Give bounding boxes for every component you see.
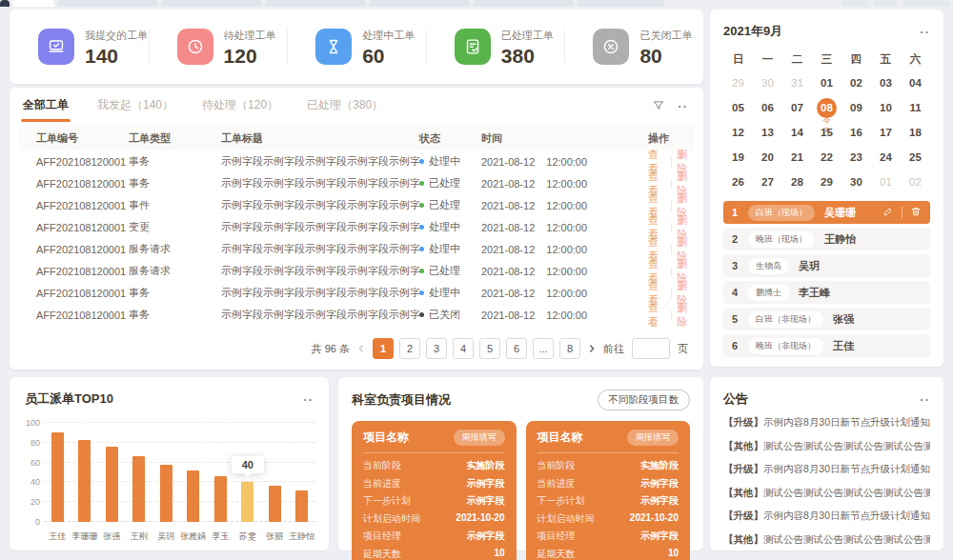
- pagination-ellipsis[interactable]: ...: [533, 338, 554, 359]
- delete-link[interactable]: 删除: [677, 301, 694, 330]
- top-tab[interactable]: [161, 0, 262, 7]
- pagination-page[interactable]: 8: [559, 338, 580, 359]
- table-row[interactable]: AFF202108120001服务请求示例字段示例字段示例字段示例字段示例字段处…: [19, 238, 694, 260]
- goto-page-input[interactable]: [632, 338, 670, 359]
- duty-item[interactable]: 4鹏博士李王峰: [723, 281, 930, 304]
- calendar-day[interactable]: 01: [812, 70, 841, 95]
- duty-item[interactable]: 2晚班（现场）王静怡: [723, 228, 930, 250]
- calendar-day[interactable]: 13: [753, 120, 782, 145]
- filter-icon[interactable]: [652, 99, 665, 112]
- table-row[interactable]: AFF202108120001事务示例字段示例字段示例字段示例字段示例字段已处理…: [19, 172, 694, 194]
- announcement-item[interactable]: 【其他】测试公告测试公告测试公告测试公告测试公告: [723, 487, 930, 500]
- bar[interactable]: [295, 490, 308, 522]
- announcement-item[interactable]: 【升级】示例内容8月30日新节点升级计划通知: [723, 510, 930, 523]
- table-row[interactable]: AFF202108120001事件示例字段示例字段示例字段示例字段示例字段已处理…: [19, 194, 694, 216]
- calendar-day[interactable]: 06: [753, 95, 782, 120]
- pagination-page[interactable]: 6: [506, 338, 527, 359]
- calendar-day[interactable]: 30: [753, 70, 782, 95]
- worklist-tab[interactable]: 已处理（380）: [307, 97, 383, 122]
- table-row[interactable]: AFF202108120001事务示例字段示例字段示例字段示例字段示例字段处理中…: [19, 150, 694, 172]
- bar[interactable]: [187, 470, 199, 522]
- duty-item[interactable]: 1白班（现场）吴珊珊: [723, 201, 930, 224]
- table-row[interactable]: AFF202108120001事务示例字段示例字段示例字段示例字段示例字段处理中…: [19, 282, 694, 304]
- calendar-day[interactable]: 31: [782, 70, 812, 95]
- table-row[interactable]: AFF202108120001服务请求示例字段示例字段示例字段示例字段示例字段已…: [19, 260, 694, 282]
- bar-highlighted[interactable]: [241, 482, 253, 522]
- calendar-day[interactable]: 18: [901, 120, 930, 145]
- duty-item[interactable]: 5白班（非现场）张强: [723, 308, 930, 330]
- table-row[interactable]: AFF202108120001事务示例字段示例字段示例字段示例字段示例字段已关闭…: [19, 304, 694, 326]
- bar[interactable]: [160, 465, 172, 522]
- calendar-day[interactable]: 22: [812, 145, 841, 170]
- calendar-day[interactable]: 17: [871, 120, 901, 145]
- announcement-item[interactable]: 【升级】示例内容8月30日新节点升级计划通知: [723, 416, 930, 430]
- bar[interactable]: [132, 456, 145, 522]
- worklist-tab[interactable]: 待处理（120）: [202, 97, 278, 122]
- calendar-day[interactable]: 21: [782, 145, 812, 170]
- bar[interactable]: [51, 432, 64, 522]
- bar[interactable]: [78, 440, 91, 522]
- edit-icon[interactable]: [882, 206, 894, 219]
- calendar-day[interactable]: 14: [782, 120, 812, 145]
- calendar-day[interactable]: 19: [723, 145, 753, 170]
- duty-item[interactable]: 3生物岛吴玥: [723, 254, 930, 277]
- calendar-day[interactable]: 29: [723, 70, 753, 95]
- project-card[interactable]: 项目名称周报填写当前阶段实施阶段当前进度示例字段下一步计划示例字段计划启动时间2…: [526, 421, 691, 560]
- table-row[interactable]: AFF202108120001变更示例字段示例字段示例字段示例字段示例字段处理中…: [19, 216, 694, 238]
- calendar-day[interactable]: 02: [841, 70, 871, 95]
- bar[interactable]: [106, 447, 118, 522]
- calendar-day[interactable]: 30: [841, 170, 871, 194]
- bar[interactable]: [269, 486, 281, 522]
- calendar-day[interactable]: 29: [812, 170, 841, 194]
- top-tab[interactable]: [369, 0, 470, 7]
- pagination-page[interactable]: 5: [479, 338, 500, 359]
- worklist-tab[interactable]: 全部工单: [23, 97, 69, 122]
- weekly-report-badge[interactable]: 周报填写: [627, 430, 679, 446]
- announcement-item[interactable]: 【其他】测试公告测试公告测试公告测试公告测试公告: [723, 440, 930, 453]
- calendar-day[interactable]: 11: [901, 95, 930, 120]
- calendar-day[interactable]: 20: [753, 145, 782, 170]
- bar[interactable]: [214, 476, 227, 522]
- pagination-next-icon[interactable]: [586, 343, 598, 354]
- calendar-day[interactable]: 07: [782, 95, 812, 120]
- top-tab[interactable]: [577, 0, 664, 7]
- more-icon[interactable]: ··: [303, 393, 314, 406]
- calendar-day[interactable]: 01: [871, 170, 901, 194]
- announcement-item[interactable]: 【升级】示例内容8月30日新节点升级计划通知: [723, 463, 930, 476]
- pagination-page[interactable]: 4: [453, 338, 474, 359]
- window-control[interactable]: [841, 0, 868, 7]
- calendar-day[interactable]: 23: [841, 145, 871, 170]
- window-control[interactable]: [902, 0, 950, 7]
- more-icon[interactable]: ··: [678, 100, 688, 112]
- calendar-day[interactable]: 05: [723, 95, 753, 120]
- calendar-day[interactable]: 15: [812, 120, 841, 145]
- view-link[interactable]: 查看: [648, 301, 665, 330]
- project-card[interactable]: 项目名称周报填写当前阶段实施阶段当前进度示例字段下一步计划示例字段计划启动时间2…: [352, 421, 517, 560]
- top-tab-active[interactable]: [12, 0, 54, 7]
- calendar-day[interactable]: 26: [723, 170, 753, 194]
- stage-count-button[interactable]: 不同阶段项目数: [598, 390, 691, 410]
- calendar-day[interactable]: 09: [841, 95, 871, 120]
- calendar-day[interactable]: 03: [871, 70, 901, 95]
- pagination-page[interactable]: 2: [399, 338, 420, 359]
- calendar-day[interactable]: 16: [841, 120, 871, 145]
- top-tab[interactable]: [0, 0, 10, 7]
- calendar-day[interactable]: 10: [871, 95, 901, 120]
- calendar-day-today[interactable]: 08今天: [812, 95, 841, 120]
- calendar-day[interactable]: 02: [901, 170, 930, 194]
- pagination-page[interactable]: 1: [373, 338, 394, 359]
- calendar-day[interactable]: 27: [753, 170, 782, 194]
- worklist-tab[interactable]: 我发起（140）: [97, 97, 173, 122]
- calendar-day[interactable]: 04: [901, 70, 930, 95]
- top-tab[interactable]: [473, 0, 574, 7]
- calendar-day[interactable]: 28: [782, 170, 812, 194]
- announcement-item[interactable]: 【其他】测试公告测试公告测试公告测试公告测试公告: [723, 533, 930, 547]
- window-control[interactable]: [873, 0, 898, 7]
- calendar-day[interactable]: 25: [901, 145, 930, 170]
- pagination-prev-icon[interactable]: [355, 343, 367, 354]
- top-tab[interactable]: [57, 0, 158, 7]
- pagination-page[interactable]: 3: [426, 338, 447, 359]
- weekly-report-badge[interactable]: 周报填写: [454, 430, 505, 446]
- calendar-day[interactable]: 24: [871, 145, 901, 170]
- more-icon[interactable]: ··: [920, 393, 930, 406]
